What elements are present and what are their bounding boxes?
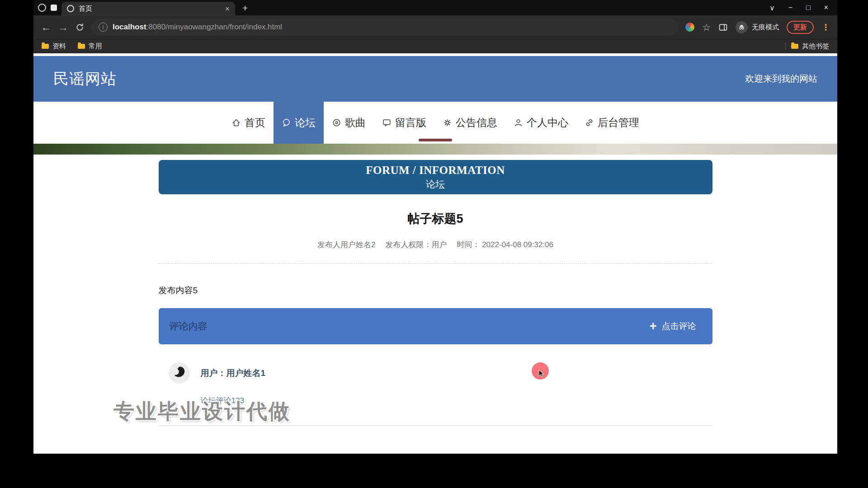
- extension-icon[interactable]: [685, 23, 694, 32]
- forum-banner: FORUM / INFORMATION 论坛: [159, 160, 712, 194]
- other-bookmarks-button[interactable]: 其他书签: [791, 42, 829, 51]
- nav-label: 后台管理: [598, 116, 639, 130]
- link-icon: [585, 118, 594, 127]
- maximize-button[interactable]: □: [806, 4, 811, 12]
- gear-icon: [443, 118, 452, 127]
- back-button[interactable]: ←: [41, 22, 51, 33]
- post-meta: 发布人用户姓名2 发布人权限：用户 时间： 2022-04-08 09:32:0…: [159, 239, 712, 250]
- post-content: 发布内容5: [159, 285, 712, 296]
- site-nav: 首页 论坛 歌曲 留言版 公告信息 个人中心: [33, 102, 837, 144]
- url-text: localhost:8080/minyaowangzhan/front/inde…: [113, 23, 282, 32]
- refresh-icon[interactable]: [75, 23, 85, 32]
- welcome-text: 欢迎来到我的网站: [745, 73, 817, 85]
- click-to-comment-button[interactable]: + 点击评论: [650, 320, 696, 333]
- nav-label: 论坛: [295, 116, 316, 130]
- minimize-button[interactable]: −: [788, 4, 793, 12]
- pinned-tab-icon[interactable]: [51, 5, 57, 11]
- comment-divider: [159, 426, 712, 426]
- tab-home[interactable]: 首页 ×: [61, 2, 235, 15]
- comment-bar: 评论内容 + 点击评论: [159, 308, 712, 344]
- bookmark-folder-ziliao[interactable]: 资料: [42, 42, 66, 51]
- post-publisher: 发布人用户姓名2: [317, 239, 375, 250]
- nav-label: 首页: [245, 116, 265, 130]
- forum-banner-subtitle: 论坛: [426, 178, 445, 191]
- user-icon: [514, 118, 523, 127]
- hero-banner-image: [33, 144, 837, 155]
- incognito-label: 无痕模式: [752, 23, 779, 32]
- nav-item-personal-center[interactable]: 个人中心: [505, 102, 576, 144]
- page-info-icon[interactable]: [99, 23, 108, 32]
- bookmark-folder-changyong[interactable]: 常用: [78, 42, 102, 51]
- nav-label: 个人中心: [527, 116, 568, 130]
- nav-item-message-board[interactable]: 留言版: [374, 102, 434, 144]
- nav-item-forum[interactable]: 论坛: [274, 102, 324, 144]
- url-path: :8080/minyaowangzhan/front/index.html: [146, 23, 283, 31]
- web-page: 民谣网站 欢迎来到我的网站 首页 论坛 歌曲 留言版 公告信息: [33, 53, 837, 454]
- nav-label: 公告信息: [456, 116, 497, 130]
- tab-close-icon[interactable]: ×: [225, 5, 230, 13]
- close-button[interactable]: ×: [824, 4, 828, 12]
- nav-label: 留言版: [395, 116, 426, 130]
- comment-user: 用户：用户姓名1: [201, 367, 266, 379]
- side-panel-icon[interactable]: [718, 23, 728, 32]
- forum-banner-title: FORUM / INFORMATION: [366, 164, 505, 177]
- comment-item: 用户：用户姓名1: [159, 362, 712, 384]
- other-bookmarks-label: 其他书签: [802, 42, 829, 51]
- nav-item-announcements[interactable]: 公告信息: [434, 102, 505, 144]
- menu-kebab-icon[interactable]: ⋮: [821, 23, 830, 32]
- mouse-pointer-icon: [538, 369, 546, 378]
- nav-item-home[interactable]: 首页: [223, 102, 274, 144]
- nav-item-admin[interactable]: 后台管理: [576, 102, 647, 144]
- forward-button[interactable]: →: [58, 22, 68, 33]
- avatar: [169, 362, 190, 384]
- bookmark-label: 资料: [52, 42, 66, 51]
- nav-item-songs[interactable]: 歌曲: [324, 102, 374, 144]
- plus-icon: +: [650, 320, 657, 333]
- bookmarks-bar: 资料 常用 其他书签: [33, 39, 837, 53]
- bookmarks-separator: [785, 42, 786, 50]
- tab-favicon: [67, 5, 74, 12]
- tab-bar: 首页 × + ∨ − □ ×: [33, 0, 837, 15]
- message-icon: [382, 118, 392, 127]
- nav-indicator: [419, 139, 452, 141]
- post-role: 发布人权限：用户: [385, 239, 447, 250]
- music-disc-icon: [332, 118, 341, 127]
- incognito-indicator: 无痕模式: [736, 21, 779, 33]
- browser-window: 首页 × + ∨ − □ × ← → localhost:8080/minyao…: [33, 0, 837, 454]
- site-brand: 民谣网站: [53, 69, 117, 89]
- browser-logo-icon[interactable]: [38, 4, 46, 12]
- tab-search-icon[interactable]: ∨: [769, 4, 775, 12]
- url-host: localhost: [113, 23, 146, 31]
- folder-icon: [791, 44, 798, 49]
- post-title: 帖子标题5: [159, 211, 712, 227]
- click-to-comment-label: 点击评论: [662, 320, 696, 332]
- comment-text: 论坛评论123: [159, 395, 712, 406]
- page-content: FORUM / INFORMATION 论坛 帖子标题5 发布人用户姓名2 发布…: [33, 155, 837, 454]
- post-time: 时间： 2022-04-08 09:32:06: [457, 239, 553, 250]
- update-button[interactable]: 更新: [787, 21, 814, 34]
- folder-icon: [42, 44, 49, 49]
- cursor-highlight: [532, 362, 549, 380]
- folder-icon: [78, 44, 85, 49]
- site-header: 民谣网站 欢迎来到我的网站: [33, 56, 837, 102]
- comment-ghost-text: 评论内容: [170, 320, 208, 333]
- new-tab-button[interactable]: +: [242, 3, 248, 13]
- incognito-icon[interactable]: [736, 21, 748, 33]
- bookmark-star-icon[interactable]: ☆: [702, 23, 711, 32]
- dashed-divider: [159, 263, 712, 264]
- home-icon: [231, 118, 241, 127]
- browser-toolbar: ← → localhost:8080/minyaowangzhan/front/…: [33, 15, 837, 39]
- bookmark-label: 常用: [89, 42, 102, 51]
- tab-title: 首页: [79, 5, 92, 13]
- nav-label: 歌曲: [345, 116, 366, 130]
- address-bar[interactable]: localhost:8080/minyaowangzhan/front/inde…: [91, 19, 679, 35]
- forum-icon: [282, 118, 291, 127]
